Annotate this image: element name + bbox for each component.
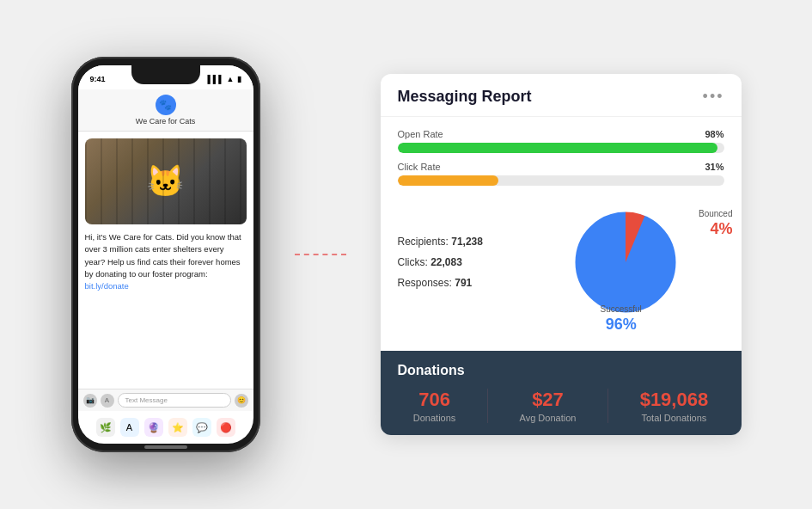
- message-input[interactable]: Text Message: [118, 393, 231, 408]
- recipients-label: Recipients:: [398, 236, 449, 248]
- dock-icon-3[interactable]: 🔮: [144, 418, 163, 437]
- total-donations-label: Total Donations: [640, 413, 709, 423]
- stats-pie-row: Recipients: 71,238 Clicks: 22,083 Respon…: [398, 198, 724, 327]
- clicks-value: 22,083: [430, 256, 462, 268]
- pie-container: Successful 96% Bounced 4%: [527, 198, 724, 327]
- app-icon[interactable]: A: [101, 394, 114, 408]
- open-rate-fill: [398, 143, 717, 153]
- cat-image: 🐱: [85, 138, 247, 224]
- app-title: We Care for Cats: [78, 117, 253, 126]
- divider-2: [607, 389, 608, 423]
- dock-icon-5[interactable]: 💬: [192, 418, 211, 437]
- wifi-icon: ▲: [227, 75, 235, 83]
- avg-donation-value: $27: [520, 389, 577, 411]
- message-bubble: Hi, it's We Care for Cats. Did you know …: [85, 231, 247, 292]
- responses-row: Responses: 791: [398, 273, 510, 293]
- donation-link[interactable]: bit.ly/donate: [85, 281, 129, 291]
- message-text: Hi, it's We Care for Cats. Did you know …: [85, 232, 241, 279]
- avg-donation-stat: $27 Avg Donation: [520, 389, 577, 423]
- app-dock: 🌿 A 🔮 ⭐ 💬 🔴: [78, 418, 253, 437]
- phone-notch: [131, 65, 200, 84]
- avg-donation-label: Avg Donation: [520, 413, 577, 423]
- report-title: Messaging Report: [398, 88, 532, 106]
- click-rate-label: Click Rate: [398, 162, 441, 172]
- open-rate-label: Open Rate: [398, 129, 443, 139]
- status-icons: ▌▌▌ ▲ ▮: [207, 75, 241, 83]
- click-rate-fill: [398, 175, 499, 186]
- connector-area: [295, 254, 346, 255]
- clicks-row: Clicks: 22,083: [398, 252, 510, 273]
- dock-icon-4[interactable]: ⭐: [168, 418, 187, 437]
- emoji-icon[interactable]: 😊: [235, 394, 248, 408]
- signal-icon: ▌▌▌: [207, 75, 223, 83]
- dock-icon-2[interactable]: A: [120, 418, 139, 437]
- open-rate-track: [398, 143, 724, 153]
- chat-area: 🐱 Hi, it's We Care for Cats. Did you kno…: [78, 132, 253, 299]
- donations-section: Donations 706 Donations $27 Avg Donation…: [381, 351, 742, 435]
- responses-label: Responses:: [398, 277, 452, 289]
- open-rate-pct: 98%: [705, 129, 723, 139]
- open-rate-row: Open Rate 98%: [398, 129, 724, 153]
- connector-line: [295, 254, 346, 255]
- donations-title: Donations: [398, 363, 724, 378]
- pie-label-bounced: Bounced 4%: [699, 205, 732, 238]
- report-header: Messaging Report •••: [381, 74, 742, 117]
- click-rate-track: [398, 175, 724, 186]
- report-menu-icon[interactable]: •••: [703, 88, 724, 106]
- app-logo: 🐾: [156, 95, 176, 115]
- cage-overlay: [85, 138, 247, 224]
- divider-1: [487, 389, 488, 423]
- donations-count-label: Donations: [413, 413, 456, 423]
- recipients-row: Recipients: 71,238: [398, 231, 510, 252]
- click-rate-label-row: Click Rate 31%: [398, 162, 724, 172]
- home-indicator: [144, 445, 187, 449]
- donations-stats: 706 Donations $27 Avg Donation $19,068 T…: [398, 389, 724, 423]
- dock-icon-1[interactable]: 🌿: [96, 418, 115, 437]
- status-time: 9:41: [90, 75, 106, 83]
- click-rate-row: Click Rate 31%: [398, 162, 724, 186]
- app-header: 🐾 We Care for Cats: [78, 89, 253, 132]
- dock-icon-6[interactable]: 🔴: [217, 418, 235, 437]
- donations-count-stat: 706 Donations: [413, 389, 456, 423]
- responses-value: 791: [455, 277, 472, 289]
- bounced-pct: 4%: [699, 220, 732, 238]
- battery-icon: ▮: [237, 75, 241, 83]
- successful-pct: 96%: [600, 316, 641, 334]
- pie-label-successful: Successful 96%: [600, 300, 641, 334]
- input-bar: 📷 A Text Message 😊: [78, 389, 253, 411]
- recipients-value: 71,238: [451, 236, 483, 248]
- report-card: Messaging Report ••• Open Rate 98% Click…: [381, 74, 742, 435]
- successful-label: Successful: [600, 304, 641, 314]
- phone-screen: 9:41 ▌▌▌ ▲ ▮ 🐾 We Care for Cats 🐱: [78, 65, 253, 444]
- donations-count-value: 706: [413, 389, 456, 411]
- report-body: Open Rate 98% Click Rate 31%: [381, 117, 742, 351]
- stats-left: Recipients: 71,238 Clicks: 22,083 Respon…: [398, 231, 510, 293]
- total-donations-stat: $19,068 Total Donations: [640, 389, 709, 423]
- phone-body: 9:41 ▌▌▌ ▲ ▮ 🐾 We Care for Cats 🐱: [71, 57, 260, 452]
- scene: 9:41 ▌▌▌ ▲ ▮ 🐾 We Care for Cats 🐱: [0, 0, 812, 509]
- bounced-label: Bounced: [699, 209, 732, 218]
- clicks-label: Clicks:: [398, 256, 428, 268]
- camera-icon[interactable]: 📷: [83, 394, 97, 408]
- phone-mockup: 9:41 ▌▌▌ ▲ ▮ 🐾 We Care for Cats 🐱: [71, 57, 260, 452]
- total-donations-value: $19,068: [640, 389, 709, 411]
- open-rate-label-row: Open Rate 98%: [398, 129, 724, 139]
- click-rate-pct: 31%: [705, 162, 723, 172]
